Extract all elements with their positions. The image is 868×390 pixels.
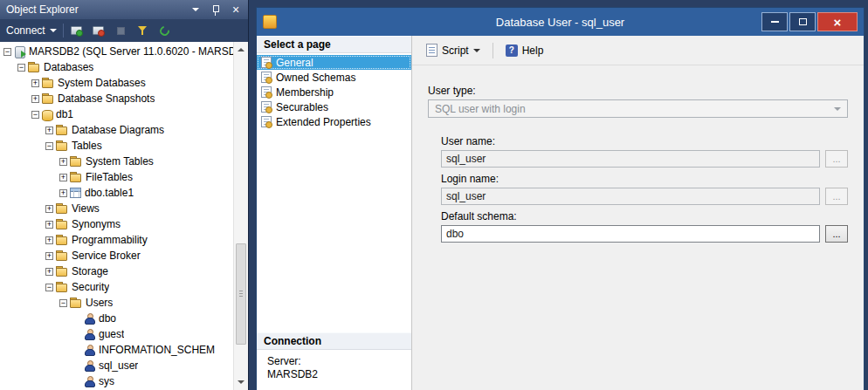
expander-minus-icon[interactable]: −: [31, 111, 39, 119]
login-name-input[interactable]: sql_user: [441, 188, 820, 205]
page-item-general[interactable]: General: [257, 55, 411, 70]
stop-button[interactable]: [114, 24, 128, 38]
connect-button[interactable]: Connect: [6, 24, 57, 37]
connect-server-button[interactable]: [70, 24, 85, 38]
close-button[interactable]: ×: [817, 12, 858, 31]
stop-icon: [117, 27, 125, 35]
help-button-label: Help: [522, 44, 544, 57]
tree-item-label: Views: [72, 202, 100, 215]
user-name-browse-button[interactable]: ...: [825, 150, 848, 168]
tree-item-programmability[interactable]: +Programmability: [0, 232, 233, 248]
page-item-owned-schemas[interactable]: Owned Schemas: [257, 70, 411, 85]
tree-item-synonyms[interactable]: +Synonyms: [0, 216, 233, 232]
dialog-titlebar[interactable]: Database User - sql_user ×: [257, 8, 864, 36]
user-icon: [84, 376, 95, 387]
tree-item-views[interactable]: +Views: [0, 201, 233, 216]
login-name-label: Login name:: [441, 173, 848, 185]
tree-item-dbo-table1[interactable]: +dbo.table1: [0, 185, 233, 201]
chevron-down-icon: [50, 29, 57, 32]
expander-minus-icon[interactable]: −: [45, 142, 53, 150]
expander-minus-icon[interactable]: −: [17, 64, 25, 72]
tree-item-marsdb2-sql-server-11-0-6020-marsd[interactable]: −MARSDB2 (SQL Server 11.0.6020 - MARSD: [0, 44, 233, 59]
expander-minus-icon[interactable]: −: [3, 48, 11, 56]
refresh-button[interactable]: [157, 24, 172, 38]
object-explorer-titlebar[interactable]: Object Explorer ×: [0, 0, 248, 19]
default-schema-label: Default schema:: [441, 210, 848, 222]
tree-item-system-databases[interactable]: +System Databases: [0, 75, 233, 91]
tree-item-security[interactable]: −Security: [0, 279, 233, 295]
default-schema-browse-button[interactable]: ...: [825, 225, 848, 243]
maximize-icon: [799, 18, 807, 25]
database-icon: [42, 109, 52, 120]
tree-item-label: Database Snapshots: [58, 92, 155, 105]
folder-icon: [56, 235, 68, 245]
folder-icon: [28, 62, 40, 72]
close-panel-button[interactable]: ×: [230, 3, 242, 17]
user-name-input[interactable]: sql_user: [441, 150, 820, 168]
minimize-button[interactable]: [761, 12, 788, 31]
folder-icon: [56, 282, 68, 292]
expander-minus-icon[interactable]: −: [45, 284, 53, 291]
help-button[interactable]: ? Help: [500, 42, 549, 59]
tree-item-db1[interactable]: −db1: [0, 106, 233, 122]
expander-plus-icon[interactable]: +: [59, 174, 67, 181]
user-type-select[interactable]: SQL user with login: [428, 99, 848, 118]
expander-plus-icon[interactable]: +: [59, 189, 67, 197]
connect-button-label: Connect: [6, 24, 45, 37]
window-position-button[interactable]: [189, 3, 202, 17]
tree-item-guest[interactable]: guest: [0, 326, 233, 342]
object-explorer-panel: Object Explorer × Connect −MARSDB2 (SQL …: [0, 0, 249, 390]
tree-item-sql-user[interactable]: sql_user: [0, 358, 233, 373]
default-schema-input[interactable]: dbo: [441, 225, 820, 243]
tree-item-service-broker[interactable]: +Service Broker: [0, 248, 233, 263]
expander-plus-icon[interactable]: +: [31, 79, 39, 87]
expander-plus-icon[interactable]: +: [45, 252, 53, 260]
tree-item-sys[interactable]: sys: [0, 373, 233, 389]
server-label: Server:: [267, 355, 401, 367]
tree-item-users[interactable]: −Users: [0, 295, 233, 311]
expander-plus-icon[interactable]: +: [31, 95, 39, 103]
tree-item-label: MARSDB2 (SQL Server 11.0.6020 - MARSD: [29, 45, 233, 58]
object-explorer-toolbar-buttons: [70, 24, 172, 38]
expander-plus-icon[interactable]: +: [45, 221, 53, 229]
expander-plus-icon[interactable]: +: [45, 236, 53, 244]
tree-item-databases[interactable]: −Databases: [0, 59, 233, 75]
expander-minus-icon[interactable]: −: [59, 299, 67, 307]
expander-plus-icon[interactable]: +: [45, 127, 53, 134]
filter-button[interactable]: [135, 24, 150, 38]
expander-plus-icon[interactable]: +: [45, 268, 53, 276]
maximize-button[interactable]: [789, 12, 816, 31]
folder-icon: [70, 156, 82, 167]
tree-item-database-diagrams[interactable]: +Database Diagrams: [0, 122, 233, 138]
tree-item-system-tables[interactable]: +System Tables: [0, 154, 233, 169]
tree-item-information-schem[interactable]: INFORMATION_SCHEM: [0, 342, 233, 358]
page-item-extended-properties[interactable]: Extended Properties: [257, 114, 411, 129]
expander-plus-icon[interactable]: +: [45, 205, 53, 213]
page-item-membership[interactable]: Membership: [257, 85, 411, 99]
dialog-main: Script ? Help User type: SQL user with l…: [412, 36, 864, 390]
scroll-thumb[interactable]: [236, 243, 246, 345]
disconnect-button[interactable]: [92, 24, 107, 38]
database-user-dialog: Database User - sql_user × Select a page…: [256, 7, 865, 390]
page-icon: [261, 101, 272, 113]
auto-hide-pin-button[interactable]: [210, 3, 222, 17]
tree-item-storage[interactable]: +Storage: [0, 263, 233, 279]
login-name-browse-button[interactable]: ...: [825, 188, 848, 205]
expander-plus-icon[interactable]: +: [59, 158, 67, 166]
tree-item-tables[interactable]: −Tables: [0, 138, 233, 154]
scroll-up-button[interactable]: [234, 43, 248, 57]
vertical-scrollbar[interactable]: [233, 42, 248, 390]
page-icon: [261, 72, 272, 83]
folder-icon: [42, 78, 54, 88]
dialog-body: Select a page GeneralOwned SchemasMember…: [257, 36, 864, 390]
tree-item-filetables[interactable]: +FileTables: [0, 169, 233, 185]
page-item-securables[interactable]: Securables: [257, 99, 411, 114]
tree-item-dbo[interactable]: dbo: [0, 311, 233, 326]
tree-item-label: Database Diagrams: [72, 124, 164, 136]
user-icon: [84, 360, 95, 372]
tree-item-database-snapshots[interactable]: +Database Snapshots: [0, 91, 233, 106]
refresh-icon: [158, 24, 171, 37]
scroll-down-button[interactable]: [234, 375, 248, 389]
tree-item-label: sql_user: [99, 359, 138, 372]
script-button[interactable]: Script: [421, 41, 486, 59]
